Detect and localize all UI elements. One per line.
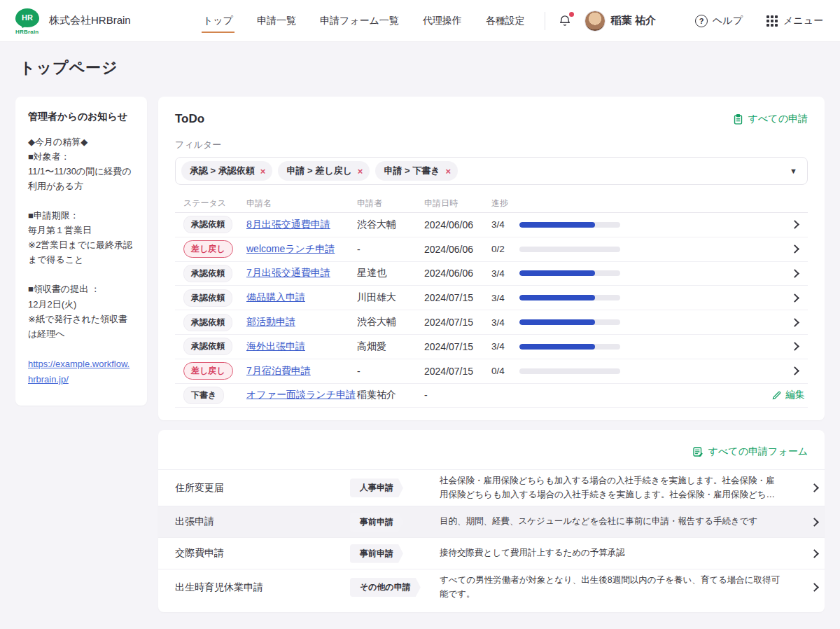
application-link[interactable]: オファー面談ランチ申請: [246, 389, 357, 401]
filter-label: フィルター: [175, 139, 808, 151]
application-link[interactable]: 備品購入申請: [246, 291, 357, 304]
admin-notice-link[interactable]: https://example.workflow.hrbrain.jp/: [28, 357, 134, 387]
progress-bar: [519, 295, 620, 300]
row-chevron-icon[interactable]: [790, 293, 799, 303]
nav-item-5[interactable]: 各種設定: [484, 11, 526, 32]
todo-title: ToDo: [175, 112, 204, 126]
row-chevron-icon[interactable]: [790, 221, 799, 230]
progress-bar: [519, 319, 620, 325]
all-applications-label: すべての申請: [748, 113, 808, 125]
row-chevron-icon[interactable]: [790, 269, 799, 278]
column-header: 申請名: [246, 198, 357, 209]
all-forms-link[interactable]: すべての申請フォーム: [692, 445, 808, 458]
application-date: 2024/06/06: [424, 219, 491, 230]
progress-count: 3/4: [491, 293, 512, 303]
brand: HR HRBrain 株式会社HRBrain: [15, 8, 131, 34]
application-date: 2024/06/06: [424, 268, 491, 279]
form-row[interactable]: 住所変更届人事申請社会保険・雇用保険どちらも加入する場合の入社手続きを実施します…: [158, 469, 825, 506]
grid-menu-icon: [766, 15, 778, 27]
status-badge: 承認依頼: [183, 338, 232, 355]
application-link[interactable]: 7月出張交通費申請: [246, 267, 357, 279]
forms-panel: すべての申請フォーム 住所変更届人事申請社会保険・雇用保険どちらも加入する場合の…: [158, 430, 825, 612]
admin-notice-title: 管理者からのお知らせ: [28, 111, 134, 123]
help-button[interactable]: ? ヘルプ: [695, 15, 743, 27]
nav-item-2[interactable]: 申請一覧: [255, 11, 298, 32]
form-row[interactable]: 出生時育児休業申請その他の申請すべての男性労働者が対象となり、出生後8週間以内の…: [158, 569, 825, 605]
progress: 3/4: [491, 219, 774, 230]
application-link[interactable]: welcomeランチ申請: [246, 243, 357, 256]
nav-item-3[interactable]: 申請フォーム一覧: [318, 11, 400, 32]
row-chevron-icon[interactable]: [790, 244, 799, 254]
todo-row: 差し戻し7月宿泊費申請-2024/07/150/4: [175, 359, 808, 384]
column-header: 申請者: [357, 198, 424, 209]
form-description: すべての男性労働者が対象となり、出生後8週間以内の子を養い、育てる場合に取得可能…: [440, 574, 792, 601]
progress-count: 3/4: [491, 341, 512, 352]
admin-notice-body: ◆今月の精算◆ ■対象者： 11/1〜11/30の間に経費の利用がある方 ■申請…: [28, 134, 134, 341]
edit-link[interactable]: 編集: [771, 389, 805, 401]
application-date: 2024/07/15: [424, 341, 491, 352]
application-date: 2024/07/15: [424, 292, 491, 303]
form-category-badge: その他の申請: [350, 578, 421, 597]
status-badge: 承認依頼: [183, 314, 232, 331]
chip-remove-icon[interactable]: ×: [260, 167, 266, 176]
application-link[interactable]: 部活動申請: [246, 316, 357, 329]
column-header: 申請日時: [424, 198, 491, 209]
row-chevron-icon[interactable]: [810, 483, 819, 492]
column-header: 進捗: [491, 198, 774, 209]
todo-row: 承認依頼8月出張交通費申請渋谷大輔2024/06/063/4: [175, 213, 808, 237]
application-link[interactable]: 海外出張申請: [246, 340, 357, 353]
status-badge: 承認依頼: [183, 216, 232, 233]
row-chevron-icon[interactable]: [790, 366, 799, 375]
form-row[interactable]: 交際費申請事前申請接待交際費として費用計上するための予算承認: [158, 537, 825, 569]
menu-button[interactable]: メニュー: [766, 15, 823, 27]
applicant-name: 高畑愛: [357, 340, 424, 353]
form-name: 出生時育児休業申請: [175, 581, 350, 594]
menu-label: メニュー: [783, 15, 823, 27]
status-badge: 差し戻し: [183, 362, 233, 380]
form-category-badge: 人事申請: [350, 478, 403, 497]
row-chevron-icon[interactable]: [810, 549, 819, 558]
application-link[interactable]: 7月宿泊費申請: [246, 365, 357, 378]
notification-bell-icon[interactable]: [558, 13, 572, 28]
nav-item-1[interactable]: トップ: [202, 11, 234, 32]
filter-chip-label: 申請 > 下書き: [384, 165, 440, 177]
progress-bar: [519, 344, 620, 350]
filter-chip-2[interactable]: 申請 > 差し戻し×: [278, 161, 370, 181]
form-category-badge: 事前申請: [350, 513, 403, 532]
chip-remove-icon[interactable]: ×: [358, 167, 363, 176]
form-edit-icon: [692, 445, 704, 458]
status-badge: 差し戻し: [183, 240, 233, 258]
filter-chip-1[interactable]: 承認 > 承認依頼×: [181, 161, 272, 181]
progress: 0/2: [491, 244, 774, 254]
row-chevron-icon[interactable]: [790, 343, 799, 352]
filter-chip-label: 承認 > 承認依頼: [190, 165, 255, 177]
todo-row: 下書きオファー面談ランチ申請稲葉祐介-編集: [175, 384, 808, 408]
row-chevron-icon[interactable]: [810, 518, 819, 527]
row-chevron-icon[interactable]: [790, 318, 799, 327]
todo-row: 承認依頼備品購入申請川田雄大2024/07/153/4: [175, 286, 808, 310]
filter-chip-3[interactable]: 申請 > 下書き×: [375, 161, 458, 181]
user-menu[interactable]: 稲葉 祐介: [584, 11, 656, 32]
all-applications-link[interactable]: すべての申請: [732, 113, 808, 125]
filter-select[interactable]: 承認 > 承認依頼×申請 > 差し戻し×申請 > 下書き× ▼: [175, 157, 808, 185]
status-badge: 承認依頼: [183, 289, 232, 307]
filter-chip-label: 申請 > 差し戻し: [286, 165, 351, 177]
application-date: -: [424, 389, 491, 401]
todo-row: 承認依頼海外出張申請高畑愛2024/07/153/4: [175, 335, 808, 359]
form-name: 出張申請: [175, 516, 350, 528]
chip-remove-icon[interactable]: ×: [446, 167, 451, 176]
hrbrain-logo-icon: HR HRBrain: [15, 8, 42, 34]
progress: 3/4: [491, 341, 774, 352]
progress-count: 0/4: [491, 366, 512, 376]
page-title: トップページ: [20, 57, 840, 78]
nav-item-4[interactable]: 代理操作: [421, 11, 463, 32]
application-link[interactable]: 8月出張交通費申請: [246, 219, 357, 231]
form-row[interactable]: 出張申請事前申請目的、期間、経費、スケジュールなどを会社に事前に申請・報告する手…: [158, 506, 825, 537]
dropdown-caret-icon[interactable]: ▼: [790, 167, 797, 175]
help-icon: ?: [695, 15, 708, 27]
applicant-name: 川田雄大: [357, 291, 424, 304]
todo-table-header: ステータス申請名申請者申請日時進捗: [175, 195, 808, 213]
applicant-name: 渋谷大輔: [357, 316, 424, 329]
row-chevron-icon[interactable]: [810, 583, 819, 592]
progress-bar: [519, 247, 620, 252]
